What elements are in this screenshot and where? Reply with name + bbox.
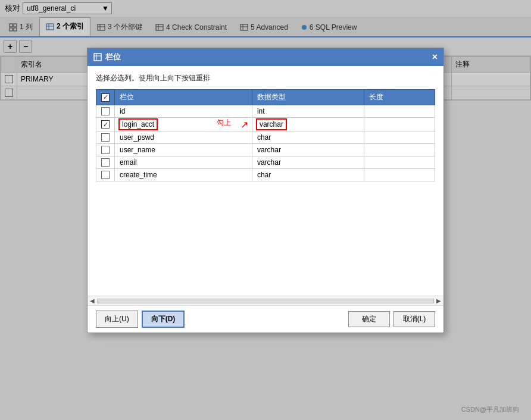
modal-description: 选择必选列。使用向上向下按钮重排 — [96, 73, 435, 83]
col-name-header: 栏位 — [115, 90, 252, 101]
modal-title-icon — [93, 53, 102, 61]
column-picker-modal: 栏位 × 选择必选列。使用向上向下按钮重排 栏位 数据类型 — [87, 48, 444, 101]
modal-close-button[interactable]: × — [432, 52, 438, 62]
modal-overlay: 栏位 × 选择必选列。使用向上向下按钮重排 栏位 数据类型 — [0, 0, 531, 101]
col-type-header: 数据类型 — [252, 90, 364, 101]
modal-header: 栏位 × — [88, 48, 443, 66]
modal-title-text: 栏位 — [105, 52, 121, 62]
svg-rect-17 — [94, 54, 101, 61]
modal-title: 栏位 — [93, 52, 121, 62]
column-picker-table: 栏位 数据类型 长度 id int — [96, 89, 435, 101]
modal-body: 选择必选列。使用向上向下按钮重排 栏位 数据类型 长度 — [88, 66, 443, 101]
col-length-header: 长度 — [364, 90, 435, 101]
header-checkbox[interactable] — [101, 93, 110, 101]
col-check-header — [96, 90, 115, 101]
